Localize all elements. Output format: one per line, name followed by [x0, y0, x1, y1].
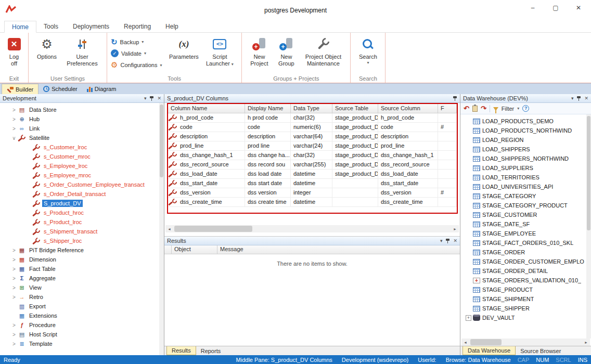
help-icon[interactable]: ?: [522, 105, 529, 112]
tab-builder[interactable]: Builder: [2, 84, 38, 94]
backup-button[interactable]: ↻ Backup ▾: [111, 38, 162, 46]
clipboard-icon[interactable]: [472, 106, 478, 112]
search-button[interactable]: Search ▾: [355, 35, 380, 66]
tab-data-warehouse[interactable]: Data Warehouse: [462, 346, 516, 355]
browser-item[interactable]: STAGE_EMPLOYEE: [460, 229, 591, 238]
expand-box-icon[interactable]: [466, 147, 471, 152]
tab-results[interactable]: Results: [166, 346, 196, 355]
tab-scheduler[interactable]: Scheduler: [38, 84, 82, 94]
tree-item[interactable]: > ⊕ Hub: [0, 114, 164, 124]
scroll-right-icon[interactable]: ►: [582, 339, 590, 346]
menu-tab-tools[interactable]: Tools: [36, 21, 66, 32]
expand-box-icon[interactable]: [466, 193, 471, 199]
expander-icon[interactable]: >: [10, 248, 18, 253]
expander-icon[interactable]: >: [10, 257, 18, 263]
menu-tab-deployments[interactable]: Deployments: [66, 21, 117, 32]
columns-horizontal-scrollbar[interactable]: ◄ ►: [165, 225, 459, 232]
minimize-button[interactable]: –: [521, 0, 544, 16]
expand-box-icon[interactable]: [466, 287, 471, 293]
configurations-button[interactable]: ⚙ Configurations ▾: [111, 61, 162, 69]
tree-item[interactable]: S_product_DV: [0, 199, 164, 208]
browser-horizontal-scrollbar[interactable]: ◄ ►: [461, 339, 590, 346]
menu-tab-reporting[interactable]: Reporting: [117, 21, 158, 32]
column-row[interactable]: description description varchar(64) stag…: [168, 132, 457, 141]
expand-box-icon[interactable]: [466, 231, 471, 237]
validate-button[interactable]: ✓ Validate ▾: [111, 49, 162, 57]
menu-tab-help[interactable]: Help: [158, 21, 186, 32]
tree-item[interactable]: s_Customer_lroc: [0, 142, 164, 152]
browser-item[interactable]: LOAD_REGION: [460, 135, 591, 145]
tree-item[interactable]: > → Retro: [0, 292, 164, 302]
header-message[interactable]: Message: [217, 245, 460, 254]
tree-item[interactable]: > ▤ Host Script: [0, 330, 164, 339]
expander-icon[interactable]: >: [10, 332, 18, 337]
filter-label[interactable]: Filter: [502, 106, 514, 112]
filter-funnel-icon[interactable]: [493, 107, 498, 111]
tree-item[interactable]: > ▦ Fact Table: [0, 264, 164, 274]
scrollbar-thumb[interactable]: [160, 105, 163, 177]
browser-item[interactable]: STAGE_PRODUCT: [460, 285, 591, 294]
new-project-button[interactable]: New Project: [247, 35, 272, 68]
browser-item[interactable]: LOAD_SUPPLIERS: [460, 163, 591, 173]
dropdown-icon[interactable]: ▾: [517, 106, 519, 111]
parameters-button[interactable]: (x) Parameters: [167, 35, 200, 61]
tree-item[interactable]: s_Employee_lroc: [0, 161, 164, 171]
tree-vertical-scrollbar[interactable]: [159, 103, 164, 355]
expand-box-icon[interactable]: +: [466, 315, 471, 321]
panel-close-icon[interactable]: ✕: [584, 96, 588, 101]
expand-box-icon[interactable]: [466, 203, 471, 209]
expand-box-icon[interactable]: [466, 137, 471, 143]
expand-box-icon[interactable]: [466, 296, 471, 302]
expand-box-icon[interactable]: [466, 306, 471, 311]
expander-icon[interactable]: >: [10, 294, 18, 300]
expander-icon[interactable]: ∨: [10, 135, 18, 141]
expand-box-icon[interactable]: [466, 119, 471, 124]
expander-icon[interactable]: >: [10, 266, 18, 272]
tab-diagram[interactable]: Diagram: [82, 84, 121, 94]
expand-box-icon[interactable]: [466, 184, 471, 190]
column-row[interactable]: h_prod_code h prod code char(32) stage_p…: [168, 113, 457, 123]
expand-box-icon[interactable]: [466, 240, 471, 246]
browser-vertical-scrollbar[interactable]: [586, 114, 591, 339]
browser-item[interactable]: LOAD_SHIPPERS: [460, 145, 591, 154]
panel-menu-icon[interactable]: ▾: [571, 96, 574, 101]
scroll-right-icon[interactable]: ►: [451, 225, 459, 232]
script-launcher-button[interactable]: <> Script Launcher ▾: [202, 35, 237, 68]
scroll-left-icon[interactable]: ◄: [461, 339, 469, 346]
panel-menu-icon[interactable]: ▾: [144, 96, 147, 101]
browser-item[interactable]: LOAD_SHIPPERS_NORTHWIND: [460, 154, 591, 163]
tree-item[interactable]: s_Order_Detail_transact: [0, 189, 164, 199]
browser-item[interactable]: STAGE_CATEGORY: [460, 191, 591, 201]
expand-box-icon[interactable]: [466, 128, 471, 134]
header-column-name[interactable]: Column Name: [168, 104, 245, 113]
expand-box-icon[interactable]: [466, 268, 471, 274]
tree-item[interactable]: > ≣ Template: [0, 339, 164, 348]
header-source-table[interactable]: Source Table: [332, 104, 378, 113]
header-data-type[interactable]: Data Type: [291, 104, 332, 113]
browser-item[interactable]: STAGE_SHIPPER: [460, 304, 591, 313]
browser-item[interactable]: STAGE_CATEGORY_PRODUCT: [460, 201, 591, 210]
expand-box-icon[interactable]: [466, 175, 471, 180]
expander-icon[interactable]: >: [10, 107, 18, 113]
expand-box-icon[interactable]: [466, 259, 471, 265]
tree-item[interactable]: > ∞ Link: [0, 124, 164, 133]
tree-item[interactable]: s_Employee_mroc: [0, 171, 164, 180]
column-row[interactable]: dss_start_date dss start date datetime d…: [168, 179, 457, 188]
tree-item[interactable]: s_Customer_mroc: [0, 152, 164, 161]
column-row[interactable]: dss_create_time dss create time datetime…: [168, 198, 457, 207]
tree-item[interactable]: > ƒ Procedure: [0, 320, 164, 330]
tree-item[interactable]: s_Shipment_transact: [0, 227, 164, 236]
tree-item[interactable]: ▦ Extensions: [0, 311, 164, 320]
panel-close-icon[interactable]: ✕: [453, 238, 457, 243]
tab-reports[interactable]: Reports: [196, 346, 226, 355]
expander-icon[interactable]: >: [10, 285, 18, 291]
scrollbar-thumb[interactable]: [470, 339, 502, 345]
browser-item[interactable]: LOAD_PRODUCTS_DEMO: [460, 116, 591, 126]
user-preferences-button[interactable]: User Preferences: [62, 35, 102, 68]
undo-icon[interactable]: ↶: [464, 105, 469, 112]
tree-item[interactable]: s_Product_lroc: [0, 217, 164, 227]
scrollbar-thumb[interactable]: [587, 116, 590, 230]
expand-box-icon[interactable]: [466, 212, 471, 218]
header-f[interactable]: F: [438, 104, 457, 113]
browser-item[interactable]: LOAD_UNIVERSITIES_API: [460, 182, 591, 191]
